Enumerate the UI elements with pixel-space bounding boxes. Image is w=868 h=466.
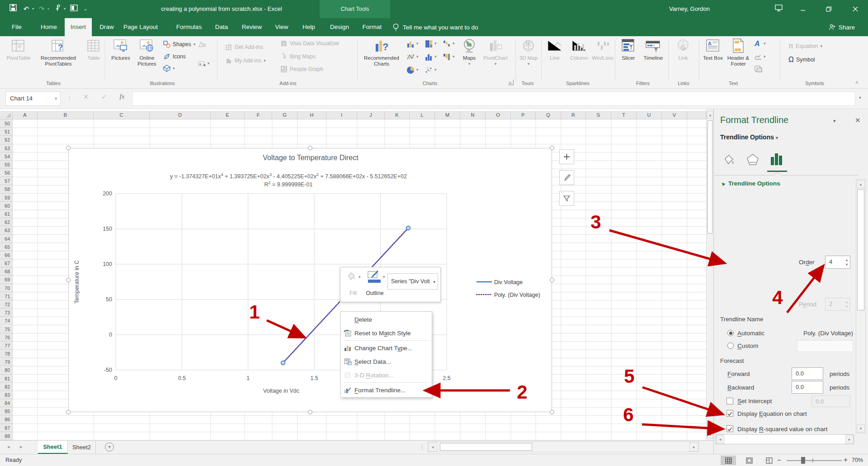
- expand-formula-bar-icon[interactable]: ▾: [859, 95, 861, 100]
- column-header-U[interactable]: U: [637, 111, 662, 119]
- formula-input[interactable]: [132, 91, 855, 106]
- display-r2-label[interactable]: Display R-squared value on chart: [737, 426, 828, 433]
- chart-type-water-button[interactable]: ▾: [443, 40, 455, 47]
- page-layout-view-button[interactable]: [741, 456, 757, 465]
- set-intercept-checkbox[interactable]: [726, 398, 733, 404]
- chart-styles-button[interactable]: [559, 170, 574, 185]
- fill-line-tab-icon[interactable]: [722, 152, 736, 170]
- charts-dialog-launcher[interactable]: [508, 80, 514, 85]
- insert-function-icon[interactable]: fx: [117, 93, 127, 100]
- share-button[interactable]: Share: [829, 18, 855, 36]
- fill-icon[interactable]: [346, 271, 358, 283]
- ribbon-tab-data[interactable]: Data: [209, 18, 234, 36]
- customize-quick-access-icon[interactable]: [69, 4, 79, 14]
- chart-elements-button[interactable]: [559, 149, 574, 164]
- ribbon-tab-formulas[interactable]: Formulas: [170, 18, 208, 36]
- formula-bar-splitter[interactable]: ⋮: [67, 95, 69, 103]
- chart-element-selector[interactable]: Series "Div Volt▾: [387, 273, 438, 290]
- chart-type-scat-button[interactable]: ▾: [407, 53, 419, 60]
- column-header-C[interactable]: C: [94, 111, 150, 119]
- qat-more-icon[interactable]: ⌄: [82, 4, 89, 14]
- chart-selection-handle[interactable]: [66, 278, 71, 282]
- visio-data-visualizer-button[interactable]: VVisio Data Visualizer: [280, 40, 340, 47]
- icons-button[interactable]: Icons: [163, 53, 186, 60]
- row-header-59[interactable]: 59: [0, 194, 13, 202]
- section-collapse-icon[interactable]: ▲: [719, 180, 727, 188]
- symbol-button[interactable]: ΩSymbol: [788, 56, 815, 64]
- row-header-79[interactable]: 79: [0, 358, 13, 366]
- chart-selection-handle[interactable]: [550, 410, 554, 414]
- row-header-72[interactable]: 72: [0, 300, 13, 309]
- row-header-87[interactable]: 87: [0, 424, 13, 432]
- sheet-vertical-scrollbar[interactable]: ▴ ▾: [706, 109, 713, 440]
- zoom-level[interactable]: 70%: [852, 457, 863, 463]
- outline-icon[interactable]: [367, 270, 382, 283]
- set-intercept-label[interactable]: Set Intercept: [737, 398, 772, 404]
- row-header-82[interactable]: 82: [0, 383, 13, 391]
- chart-type-tree-button[interactable]: ▾: [425, 40, 437, 47]
- 3d-models-button[interactable]: ▾: [163, 65, 175, 72]
- text-box-button[interactable]: AText Box: [702, 38, 724, 61]
- ribbon-tab-view[interactable]: View: [269, 18, 294, 36]
- column-header-O[interactable]: O: [486, 111, 511, 119]
- table-button[interactable]: Table: [84, 38, 103, 61]
- chart-title[interactable]: Voltage to Temperature Direct: [69, 154, 552, 162]
- ribbon-tab-design[interactable]: Design: [324, 18, 355, 36]
- row-header-81[interactable]: 81: [0, 375, 13, 383]
- row-header-57[interactable]: 57: [0, 177, 13, 185]
- timeline-button[interactable]: Timeline: [641, 38, 666, 61]
- recommended-charts-button[interactable]: ?Recommended Charts: [361, 38, 402, 67]
- tab-scroll-splitter[interactable]: ⋮: [420, 444, 425, 450]
- pane-horizontal-scrollbar[interactable]: ◂ ▸: [716, 434, 854, 444]
- row-header-52[interactable]: 52: [0, 136, 13, 144]
- zoom-slider-thumb[interactable]: [801, 457, 805, 464]
- column-header-Q[interactable]: Q: [536, 111, 561, 119]
- sparkline-line-button[interactable]: Line: [543, 38, 566, 61]
- forward-input[interactable]: 0.0: [792, 367, 823, 380]
- column-header-I[interactable]: I: [326, 111, 357, 119]
- pane-vertical-scrollbar[interactable]: ▴ ▾: [856, 179, 866, 433]
- row-header-76[interactable]: 76: [0, 333, 13, 342]
- touch-dropdown-icon[interactable]: ▾: [62, 4, 67, 14]
- row-header-56[interactable]: 56: [0, 169, 13, 177]
- context-menu-item-delete[interactable]: Delete: [341, 313, 432, 326]
- chart-selection-handle[interactable]: [308, 410, 312, 414]
- sparkline-column-button[interactable]: Column: [567, 38, 591, 61]
- select-all-corner[interactable]: [0, 111, 13, 119]
- people-graph-button[interactable]: People Graph: [280, 66, 323, 73]
- undo-icon[interactable]: ↶: [22, 4, 31, 14]
- row-header-83[interactable]: 83: [0, 391, 13, 399]
- row-header-70[interactable]: 70: [0, 284, 13, 292]
- chart-type-dots-button[interactable]: ▾: [425, 66, 437, 73]
- display-r2-checkbox[interactable]: [726, 425, 733, 432]
- row-header-66[interactable]: 66: [0, 251, 13, 259]
- signature-line-button[interactable]: ▾: [754, 53, 766, 60]
- link-button[interactable]: Link: [672, 38, 694, 61]
- hscroll-left-icon[interactable]: ◂: [428, 442, 437, 452]
- outline-dropdown-icon[interactable]: ▾: [383, 275, 385, 279]
- pane-scroll-up-icon[interactable]: ▴: [857, 180, 865, 188]
- row-header-55[interactable]: 55: [0, 161, 13, 169]
- pane-scroll-right-icon[interactable]: ▸: [845, 435, 854, 444]
- row-header-58[interactable]: 58: [0, 185, 13, 193]
- pane-scroll-down-icon[interactable]: ▾: [857, 424, 865, 433]
- equation-button[interactable]: πEquation▾: [788, 42, 822, 50]
- sparkline-winloss-button[interactable]: Win/Loss: [592, 38, 613, 61]
- chart-type-barc-button[interactable]: ▾: [443, 53, 455, 60]
- row-header-88[interactable]: 88: [0, 432, 13, 440]
- automatic-radio[interactable]: [727, 330, 734, 336]
- column-header-S[interactable]: S: [586, 111, 611, 119]
- page-break-view-button[interactable]: [761, 456, 777, 465]
- column-header-H[interactable]: H: [297, 111, 326, 119]
- save-icon[interactable]: [8, 4, 18, 14]
- pictures-button[interactable]: Pictures: [108, 38, 133, 61]
- chart-selection-handle[interactable]: [66, 146, 71, 150]
- row-header-62[interactable]: 62: [0, 218, 13, 226]
- get-addins-button[interactable]: Get Add-ins: [225, 43, 263, 51]
- header-footer-button[interactable]: Header & Footer: [725, 38, 751, 67]
- row-header-63[interactable]: 63: [0, 226, 13, 234]
- custom-radio[interactable]: [727, 342, 734, 349]
- sheet-horizontal-scrollbar[interactable]: ◂ ▸: [428, 442, 699, 452]
- effects-tab-icon[interactable]: [745, 152, 760, 170]
- row-header-86[interactable]: 86: [0, 415, 13, 423]
